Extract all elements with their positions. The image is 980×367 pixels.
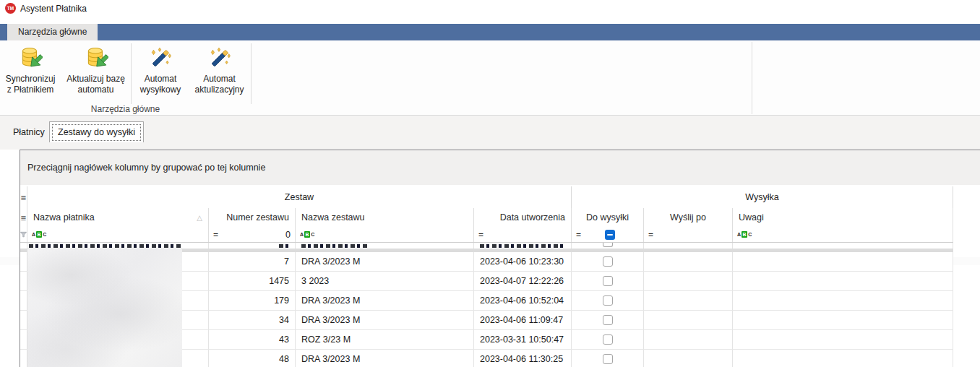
group-by-box[interactable]: Przeciągnij nagłówek kolumny by grupować… — [20, 150, 980, 185]
row-indicator — [20, 252, 27, 271]
cell-nazwa-zestawu: DRA 3/2023 M — [296, 311, 474, 329]
cell-created-clipped — [474, 243, 572, 249]
cell-do-wysylki — [572, 272, 644, 290]
column-header-row: ≣ Nazwa płatnika △ Numer zestawu Nazwa z… — [20, 208, 953, 227]
filter-funnel-icon[interactable] — [20, 227, 27, 242]
cell-nazwa-zestawu: ROZ 3/23 M — [296, 330, 474, 349]
automat-aktulizacyjny-button[interactable]: Automataktulizacyjny — [189, 43, 250, 105]
cell-do-wysylki — [572, 350, 644, 367]
cell-wyslij-po — [644, 350, 733, 367]
filter-value[interactable]: 0 — [285, 230, 291, 240]
cell-uwagi — [733, 291, 953, 310]
row-indicator — [20, 330, 27, 349]
do-wysylki-checkbox[interactable] — [603, 295, 613, 306]
update-automat-database-button[interactable]: Aktualizuj bazęautomatu — [61, 43, 131, 105]
cell-data-utworzenia: 2023-03-31 10:50:47 — [474, 330, 572, 349]
cell-notes-clipped — [733, 243, 953, 249]
band-zestaw[interactable]: Zestaw — [27, 186, 572, 208]
band-wysylka[interactable]: Wysyłka — [572, 186, 953, 208]
equals-operator-icon[interactable]: = — [648, 230, 653, 240]
database-sync-icon — [84, 46, 108, 71]
cell-uwagi — [733, 272, 953, 290]
filter-cell-do-wysylki[interactable]: = — [572, 227, 644, 242]
toolbar-separator — [251, 43, 252, 104]
cell-nazwa-zestawu: DRA 3/2023 M — [296, 252, 474, 271]
equals-operator-icon[interactable]: = — [213, 230, 218, 240]
cell-numer-zestawu: 48 — [209, 350, 296, 367]
database-sync-icon — [18, 46, 43, 71]
do-wysylki-checkbox[interactable] — [603, 315, 613, 325]
group-by-hint: Przeciągnij nagłówek kolumny by grupować… — [27, 163, 265, 173]
cell-payer-clipped — [27, 243, 209, 249]
cell-nazwa-zestawu: 3 2023 — [296, 272, 474, 290]
cell-wyslij-po — [644, 330, 733, 349]
cell-data-utworzenia: 2023-04-06 10:52:04 — [474, 291, 572, 310]
automat-wysylkowy-button[interactable]: Automatwysyłkowy — [133, 43, 188, 105]
column-header-uwagi[interactable]: Uwagi — [733, 208, 953, 227]
equals-operator-icon[interactable]: = — [576, 230, 581, 240]
do-wysylki-checkbox[interactable] — [603, 276, 613, 286]
equals-operator-icon[interactable]: = — [478, 230, 483, 240]
row-indicator — [20, 272, 27, 290]
cell-wyslij-po — [644, 291, 733, 310]
cell-uwagi — [733, 252, 953, 271]
column-header-nazwa-zestawu[interactable]: Nazwa zestawu — [296, 208, 474, 227]
cell-data-utworzenia: 2023-04-07 12:22:26 — [474, 272, 572, 290]
cell-number-clipped — [209, 243, 296, 249]
cell-nazwa-zestawu: DRA 3/2023 M — [296, 350, 474, 367]
tab-label: Zestawy do wysyłki — [58, 127, 135, 137]
abc-filter-icon: ABC — [300, 231, 314, 238]
row-indicator — [20, 243, 27, 249]
filter-cell-uwagi[interactable]: ABC — [733, 227, 953, 242]
filter-cell-wyslij-po[interactable]: = — [644, 227, 733, 242]
filter-cell-nazwa-zestawu[interactable]: ABC — [296, 227, 474, 242]
do-wysylki-checkbox[interactable] — [603, 354, 613, 364]
tab-zestawy-do-wysylki[interactable]: Zestawy do wysyłki — [49, 121, 144, 142]
button-label: Automataktulizacyjny — [194, 74, 244, 95]
column-header-do-wysylki[interactable]: Do wysyłki — [572, 208, 644, 227]
ribbon-tab-strip: Narzędzia główne — [0, 24, 980, 40]
auto-filter-row: ABC = 0 ABC = = = ABC — [20, 227, 953, 243]
column-header-numer-zestawu[interactable]: Numer zestawu — [209, 208, 296, 227]
filter-cell-data-utworzenia[interactable]: = — [474, 227, 572, 242]
filter-cell-nazwa-platnika[interactable]: ABC — [27, 227, 209, 242]
column-header-data-utworzenia[interactable]: Data utworzenia — [474, 208, 572, 227]
toolbar-separator — [131, 43, 132, 104]
cell-wyslij-po — [644, 272, 733, 290]
ribbon-group-label: Narzędzia główne — [0, 104, 251, 114]
indeterminate-checkbox[interactable] — [605, 230, 615, 240]
sort-ascending-icon: △ — [197, 214, 202, 222]
row-indicator-icon: ≣ — [20, 208, 27, 227]
cell-numer-zestawu: 43 — [209, 330, 296, 349]
cell-wyslij-po — [644, 311, 733, 329]
cell-data-utworzenia: 2023-04-06 11:09:47 — [474, 311, 572, 329]
window-title: Asystent Płatnika — [20, 4, 87, 14]
filter-cell-numer-zestawu[interactable]: = 0 — [209, 227, 296, 242]
band-header-row: ≣ Zestaw Wysyłka — [20, 186, 953, 208]
ribbon-tab-narzedzia-glowne[interactable]: Narzędzia główne — [7, 24, 98, 40]
synchronize-with-platnik-button[interactable]: Synchronizujz Płatnikiem — [1, 43, 59, 105]
cell-do-wysylki — [572, 291, 644, 310]
cell-uwagi — [733, 311, 953, 329]
button-label: Synchronizujz Płatnikiem — [6, 74, 56, 95]
magic-wand-icon — [148, 46, 173, 71]
column-header-nazwa-platnika[interactable]: Nazwa płatnika △ — [27, 208, 209, 227]
clipped-table-row[interactable] — [20, 243, 953, 249]
magic-wand-icon — [207, 46, 232, 71]
app-logo-icon: TM — [5, 3, 16, 14]
cell-numer-zestawu: 179 — [209, 291, 296, 310]
button-label: Automatwysyłkowy — [140, 74, 181, 95]
do-wysylki-checkbox[interactable] — [603, 334, 613, 345]
cell-uwagi — [733, 330, 953, 349]
cell-numer-zestawu: 1475 — [209, 272, 296, 290]
page-tab-strip: Płatnicy Zestawy do wysyłki — [0, 116, 980, 150]
do-wysylki-checkbox[interactable] — [603, 256, 613, 267]
cell-do-wysylki — [572, 252, 644, 271]
abc-filter-icon: ABC — [737, 231, 752, 238]
toolbar-separator — [752, 42, 752, 114]
column-header-wyslij-po[interactable]: Wyślij po — [644, 208, 733, 227]
column-label: Nazwa płatnika — [33, 212, 95, 223]
censored-payer-names — [27, 249, 182, 367]
abc-filter-icon: ABC — [32, 231, 46, 238]
tab-platnicy[interactable]: Płatnicy — [6, 123, 52, 142]
